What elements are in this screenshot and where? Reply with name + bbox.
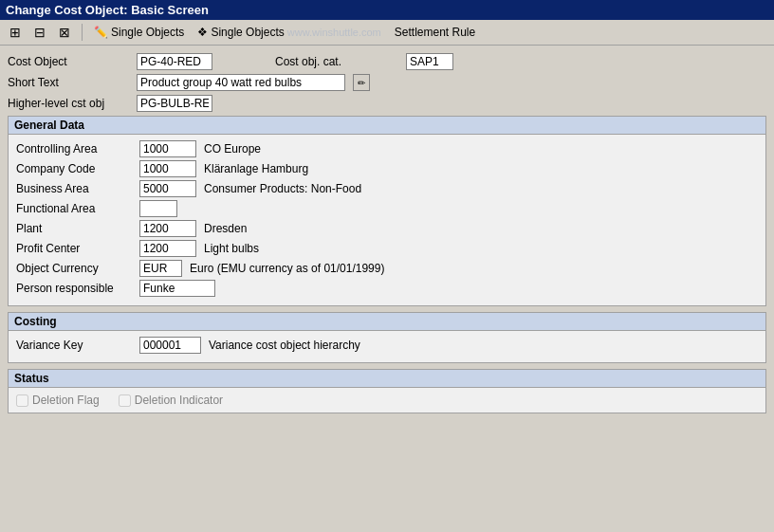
pencil-icon: ✏️ — [94, 26, 108, 39]
costing-body: Variance Key Variance cost object hierar… — [9, 331, 765, 362]
grid-icon-1[interactable]: ⊞ — [6, 23, 25, 42]
functional-area-input[interactable] — [139, 200, 177, 217]
watermark: www.winshuttle.com — [287, 27, 381, 38]
single-objects-btn-1[interactable]: ✏️ Single Objects — [90, 24, 188, 41]
plant-row: Plant Dresden — [16, 220, 758, 237]
company-code-input[interactable] — [139, 160, 196, 177]
profit-center-row: Profit Center Light bulbs — [16, 240, 758, 257]
main-content: Cost Object Cost obj. cat. Short Text ✏ … — [0, 46, 774, 427]
functional-area-label: Functional Area — [16, 202, 139, 215]
toolbar: ⊞ ⊟ ⊠ ✏️ Single Objects ❖ Single Objects… — [0, 20, 774, 46]
general-data-body: Controlling Area CO Europe Company Code … — [9, 135, 765, 305]
person-responsible-input[interactable] — [139, 280, 215, 297]
status-header: Status — [9, 370, 765, 388]
grid-icon-3[interactable]: ⊠ — [55, 23, 74, 42]
short-text-row: Short Text ✏ — [8, 74, 766, 91]
higher-level-input[interactable] — [137, 95, 212, 112]
variance-key-value: Variance cost object hierarchy — [209, 339, 360, 352]
general-data-section: General Data Controlling Area CO Europe … — [8, 116, 766, 306]
status-section: Status Deletion Flag Deletion Indicator — [8, 369, 766, 413]
plant-label: Plant — [16, 222, 139, 235]
title-text: Change Cost Object: Basic Screen — [6, 3, 209, 17]
variance-key-label: Variance Key — [16, 339, 139, 352]
business-area-row: Business Area Consumer Products: Non-Foo… — [16, 180, 758, 197]
single-objects-btn-2[interactable]: ❖ Single Objects www.winshuttle.com — [194, 24, 384, 41]
settlement-label: Settlement Rule — [395, 26, 475, 39]
company-code-row: Company Code Kläranlage Hamburg — [16, 160, 758, 177]
separator-1 — [82, 24, 83, 41]
company-code-label: Company Code — [16, 162, 139, 175]
costing-header: Costing — [9, 313, 765, 331]
deletion-indicator-item: Deletion Indicator — [119, 394, 223, 407]
business-area-value: Consumer Products: Non-Food — [204, 182, 361, 195]
object-currency-label: Object Currency — [16, 262, 139, 275]
cost-object-input[interactable] — [137, 53, 212, 70]
multi-icon: ❖ — [197, 26, 208, 39]
single-objects-label-1: Single Objects — [111, 26, 184, 39]
object-currency-input[interactable] — [139, 260, 182, 277]
cost-obj-cat-input[interactable] — [406, 53, 453, 70]
profit-center-input[interactable] — [139, 240, 196, 257]
variance-key-row: Variance Key Variance cost object hierar… — [16, 337, 758, 354]
company-code-value: Kläranlage Hamburg — [204, 162, 308, 175]
higher-level-label: Higher-level cst obj — [8, 97, 131, 110]
deletion-flag-checkbox[interactable] — [16, 394, 28, 407]
controlling-area-input[interactable] — [139, 140, 196, 157]
grid-icon-2[interactable]: ⊟ — [30, 23, 49, 42]
person-responsible-row: Person responsible — [16, 280, 758, 297]
short-text-label: Short Text — [8, 76, 131, 89]
single-objects-label-2: Single Objects — [211, 26, 284, 39]
controlling-area-label: Controlling Area — [16, 142, 139, 156]
business-area-input[interactable] — [139, 180, 196, 197]
functional-area-row: Functional Area — [16, 200, 758, 217]
profit-center-value: Light bulbs — [204, 242, 259, 255]
object-currency-value: Euro (EMU currency as of 01/01/1999) — [190, 262, 384, 275]
status-body: Deletion Flag Deletion Indicator — [9, 388, 765, 413]
object-currency-row: Object Currency Euro (EMU currency as of… — [16, 260, 758, 277]
variance-key-input[interactable] — [139, 337, 201, 354]
costing-section: Costing Variance Key Variance cost objec… — [8, 312, 766, 363]
controlling-area-value: CO Europe — [204, 142, 261, 156]
plant-value: Dresden — [204, 222, 247, 235]
controlling-area-row: Controlling Area CO Europe — [16, 140, 758, 157]
profit-center-label: Profit Center — [16, 242, 139, 255]
short-text-input[interactable] — [137, 74, 345, 91]
deletion-flag-label: Deletion Flag — [32, 394, 100, 407]
business-area-label: Business Area — [16, 182, 139, 195]
cost-obj-cat-area: Cost obj. cat. — [275, 53, 453, 70]
plant-input[interactable] — [139, 220, 196, 237]
deletion-indicator-label: Deletion Indicator — [135, 394, 223, 407]
general-data-header: General Data — [9, 117, 765, 135]
deletion-flag-item: Deletion Flag — [16, 394, 100, 407]
cost-obj-cat-label: Cost obj. cat. — [275, 55, 398, 68]
edit-icon[interactable]: ✏ — [353, 74, 370, 91]
settlement-rule-btn[interactable]: Settlement Rule — [391, 24, 479, 41]
checkbox-row: Deletion Flag Deletion Indicator — [16, 394, 758, 407]
cost-object-row: Cost Object Cost obj. cat. — [8, 53, 766, 70]
higher-level-row: Higher-level cst obj — [8, 95, 766, 112]
person-responsible-label: Person responsible — [16, 282, 139, 295]
title-bar: Change Cost Object: Basic Screen — [0, 0, 774, 20]
cost-object-label: Cost Object — [8, 55, 131, 68]
deletion-indicator-checkbox[interactable] — [119, 394, 131, 407]
